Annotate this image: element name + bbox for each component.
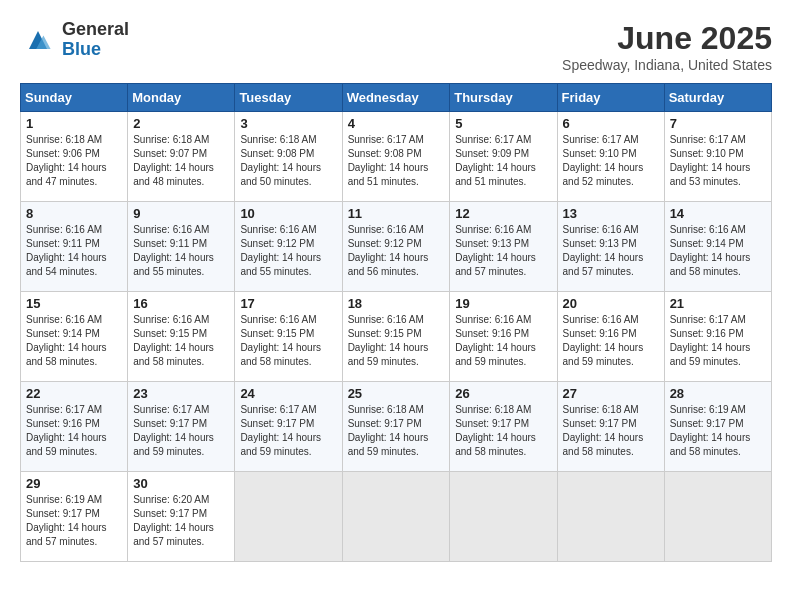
day-cell: 28Sunrise: 6:19 AM Sunset: 9:17 PM Dayli… bbox=[664, 382, 771, 472]
weekday-header-monday: Monday bbox=[128, 84, 235, 112]
day-info: Sunrise: 6:16 AM Sunset: 9:11 PM Dayligh… bbox=[133, 223, 229, 279]
day-number: 16 bbox=[133, 296, 229, 311]
day-info: Sunrise: 6:18 AM Sunset: 9:17 PM Dayligh… bbox=[563, 403, 659, 459]
day-info: Sunrise: 6:18 AM Sunset: 9:06 PM Dayligh… bbox=[26, 133, 122, 189]
day-cell: 17Sunrise: 6:16 AM Sunset: 9:15 PM Dayli… bbox=[235, 292, 342, 382]
day-info: Sunrise: 6:17 AM Sunset: 9:16 PM Dayligh… bbox=[26, 403, 122, 459]
day-number: 6 bbox=[563, 116, 659, 131]
day-cell: 22Sunrise: 6:17 AM Sunset: 9:16 PM Dayli… bbox=[21, 382, 128, 472]
day-cell: 3Sunrise: 6:18 AM Sunset: 9:08 PM Daylig… bbox=[235, 112, 342, 202]
day-number: 28 bbox=[670, 386, 766, 401]
day-number: 9 bbox=[133, 206, 229, 221]
day-number: 14 bbox=[670, 206, 766, 221]
calendar-table: SundayMondayTuesdayWednesdayThursdayFrid… bbox=[20, 83, 772, 562]
day-info: Sunrise: 6:18 AM Sunset: 9:08 PM Dayligh… bbox=[240, 133, 336, 189]
day-info: Sunrise: 6:17 AM Sunset: 9:17 PM Dayligh… bbox=[240, 403, 336, 459]
day-number: 24 bbox=[240, 386, 336, 401]
day-number: 21 bbox=[670, 296, 766, 311]
day-cell: 9Sunrise: 6:16 AM Sunset: 9:11 PM Daylig… bbox=[128, 202, 235, 292]
day-number: 12 bbox=[455, 206, 551, 221]
day-cell: 26Sunrise: 6:18 AM Sunset: 9:17 PM Dayli… bbox=[450, 382, 557, 472]
day-info: Sunrise: 6:16 AM Sunset: 9:16 PM Dayligh… bbox=[455, 313, 551, 369]
day-number: 3 bbox=[240, 116, 336, 131]
day-cell: 30Sunrise: 6:20 AM Sunset: 9:17 PM Dayli… bbox=[128, 472, 235, 562]
day-number: 19 bbox=[455, 296, 551, 311]
logo-icon bbox=[20, 22, 56, 58]
week-row-4: 22Sunrise: 6:17 AM Sunset: 9:16 PM Dayli… bbox=[21, 382, 772, 472]
day-info: Sunrise: 6:17 AM Sunset: 9:17 PM Dayligh… bbox=[133, 403, 229, 459]
day-cell: 13Sunrise: 6:16 AM Sunset: 9:13 PM Dayli… bbox=[557, 202, 664, 292]
logo: General Blue bbox=[20, 20, 129, 60]
day-cell: 23Sunrise: 6:17 AM Sunset: 9:17 PM Dayli… bbox=[128, 382, 235, 472]
day-cell: 6Sunrise: 6:17 AM Sunset: 9:10 PM Daylig… bbox=[557, 112, 664, 202]
day-cell: 11Sunrise: 6:16 AM Sunset: 9:12 PM Dayli… bbox=[342, 202, 450, 292]
day-number: 30 bbox=[133, 476, 229, 491]
day-number: 7 bbox=[670, 116, 766, 131]
day-number: 26 bbox=[455, 386, 551, 401]
day-info: Sunrise: 6:17 AM Sunset: 9:16 PM Dayligh… bbox=[670, 313, 766, 369]
day-number: 11 bbox=[348, 206, 445, 221]
day-cell: 20Sunrise: 6:16 AM Sunset: 9:16 PM Dayli… bbox=[557, 292, 664, 382]
day-info: Sunrise: 6:18 AM Sunset: 9:17 PM Dayligh… bbox=[455, 403, 551, 459]
day-number: 23 bbox=[133, 386, 229, 401]
week-row-5: 29Sunrise: 6:19 AM Sunset: 9:17 PM Dayli… bbox=[21, 472, 772, 562]
month-year: June 2025 bbox=[562, 20, 772, 57]
week-row-2: 8Sunrise: 6:16 AM Sunset: 9:11 PM Daylig… bbox=[21, 202, 772, 292]
day-info: Sunrise: 6:16 AM Sunset: 9:12 PM Dayligh… bbox=[240, 223, 336, 279]
day-number: 25 bbox=[348, 386, 445, 401]
day-number: 1 bbox=[26, 116, 122, 131]
day-cell: 21Sunrise: 6:17 AM Sunset: 9:16 PM Dayli… bbox=[664, 292, 771, 382]
day-cell: 12Sunrise: 6:16 AM Sunset: 9:13 PM Dayli… bbox=[450, 202, 557, 292]
weekday-header-tuesday: Tuesday bbox=[235, 84, 342, 112]
day-cell bbox=[342, 472, 450, 562]
day-info: Sunrise: 6:16 AM Sunset: 9:13 PM Dayligh… bbox=[455, 223, 551, 279]
day-number: 13 bbox=[563, 206, 659, 221]
day-info: Sunrise: 6:16 AM Sunset: 9:13 PM Dayligh… bbox=[563, 223, 659, 279]
day-cell: 25Sunrise: 6:18 AM Sunset: 9:17 PM Dayli… bbox=[342, 382, 450, 472]
day-cell: 5Sunrise: 6:17 AM Sunset: 9:09 PM Daylig… bbox=[450, 112, 557, 202]
day-cell: 24Sunrise: 6:17 AM Sunset: 9:17 PM Dayli… bbox=[235, 382, 342, 472]
day-info: Sunrise: 6:19 AM Sunset: 9:17 PM Dayligh… bbox=[26, 493, 122, 549]
day-number: 17 bbox=[240, 296, 336, 311]
day-info: Sunrise: 6:16 AM Sunset: 9:15 PM Dayligh… bbox=[133, 313, 229, 369]
day-cell bbox=[664, 472, 771, 562]
location: Speedway, Indiana, United States bbox=[562, 57, 772, 73]
day-cell: 18Sunrise: 6:16 AM Sunset: 9:15 PM Dayli… bbox=[342, 292, 450, 382]
day-info: Sunrise: 6:18 AM Sunset: 9:17 PM Dayligh… bbox=[348, 403, 445, 459]
day-number: 4 bbox=[348, 116, 445, 131]
day-cell: 2Sunrise: 6:18 AM Sunset: 9:07 PM Daylig… bbox=[128, 112, 235, 202]
day-number: 20 bbox=[563, 296, 659, 311]
day-cell: 1Sunrise: 6:18 AM Sunset: 9:06 PM Daylig… bbox=[21, 112, 128, 202]
day-info: Sunrise: 6:16 AM Sunset: 9:12 PM Dayligh… bbox=[348, 223, 445, 279]
weekday-header-sunday: Sunday bbox=[21, 84, 128, 112]
day-info: Sunrise: 6:16 AM Sunset: 9:14 PM Dayligh… bbox=[26, 313, 122, 369]
logo-text: General Blue bbox=[62, 20, 129, 60]
day-info: Sunrise: 6:16 AM Sunset: 9:16 PM Dayligh… bbox=[563, 313, 659, 369]
day-cell: 4Sunrise: 6:17 AM Sunset: 9:08 PM Daylig… bbox=[342, 112, 450, 202]
weekday-header-saturday: Saturday bbox=[664, 84, 771, 112]
day-number: 5 bbox=[455, 116, 551, 131]
title-area: June 2025 Speedway, Indiana, United Stat… bbox=[562, 20, 772, 73]
weekday-header-thursday: Thursday bbox=[450, 84, 557, 112]
day-number: 29 bbox=[26, 476, 122, 491]
week-row-3: 15Sunrise: 6:16 AM Sunset: 9:14 PM Dayli… bbox=[21, 292, 772, 382]
day-number: 15 bbox=[26, 296, 122, 311]
day-cell: 19Sunrise: 6:16 AM Sunset: 9:16 PM Dayli… bbox=[450, 292, 557, 382]
page-header: General Blue June 2025 Speedway, Indiana… bbox=[20, 20, 772, 73]
logo-general: General bbox=[62, 19, 129, 39]
day-info: Sunrise: 6:19 AM Sunset: 9:17 PM Dayligh… bbox=[670, 403, 766, 459]
day-number: 22 bbox=[26, 386, 122, 401]
day-info: Sunrise: 6:16 AM Sunset: 9:14 PM Dayligh… bbox=[670, 223, 766, 279]
weekday-header-wednesday: Wednesday bbox=[342, 84, 450, 112]
day-cell: 15Sunrise: 6:16 AM Sunset: 9:14 PM Dayli… bbox=[21, 292, 128, 382]
day-number: 2 bbox=[133, 116, 229, 131]
day-number: 8 bbox=[26, 206, 122, 221]
day-number: 18 bbox=[348, 296, 445, 311]
day-number: 10 bbox=[240, 206, 336, 221]
day-cell bbox=[557, 472, 664, 562]
day-info: Sunrise: 6:18 AM Sunset: 9:07 PM Dayligh… bbox=[133, 133, 229, 189]
day-info: Sunrise: 6:17 AM Sunset: 9:09 PM Dayligh… bbox=[455, 133, 551, 189]
day-info: Sunrise: 6:17 AM Sunset: 9:08 PM Dayligh… bbox=[348, 133, 445, 189]
day-cell: 27Sunrise: 6:18 AM Sunset: 9:17 PM Dayli… bbox=[557, 382, 664, 472]
day-cell bbox=[450, 472, 557, 562]
